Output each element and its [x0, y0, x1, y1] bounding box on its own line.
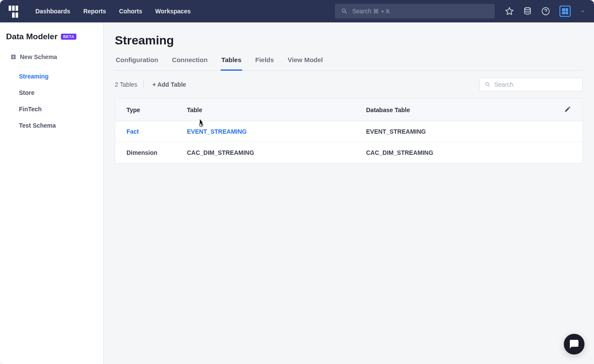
app-switcher[interactable]: [559, 6, 571, 17]
col-database-table: Database Table: [366, 107, 545, 113]
page-title: Streaming: [115, 34, 583, 47]
sidebar-item-fintech[interactable]: FinTech: [0, 101, 103, 117]
toolbar: 2 Tables + Add Table: [115, 78, 583, 91]
nav-reports[interactable]: Reports: [83, 8, 106, 15]
main-content: Streaming Configuration Connection Table…: [104, 22, 594, 364]
help-icon[interactable]: [541, 7, 550, 16]
tab-fields[interactable]: Fields: [254, 56, 275, 71]
new-schema-button[interactable]: New Schema: [0, 49, 103, 65]
database-icon[interactable]: [523, 7, 532, 16]
table-header: Type Table Database Table: [115, 99, 582, 121]
nav-links: Dashboards Reports Cohorts Workspaces: [35, 8, 191, 15]
search-icon: [341, 8, 348, 15]
table-search[interactable]: [479, 78, 583, 91]
top-nav: Dashboards Reports Cohorts Workspaces: [0, 0, 594, 22]
row-db: EVENT_STREAMING: [366, 128, 545, 135]
tables-list: Type Table Database Table Fact EVENT_STR…: [115, 98, 583, 163]
row-type: Fact: [126, 128, 187, 135]
row-table: CAC_DIM_STREAMING: [187, 149, 366, 156]
add-table-button[interactable]: + Add Table: [150, 81, 186, 88]
global-search[interactable]: [335, 4, 495, 19]
nav-workspaces[interactable]: Workspaces: [155, 8, 191, 15]
divider: [143, 80, 144, 89]
col-table: Table: [187, 107, 366, 113]
edit-icon[interactable]: [564, 106, 571, 113]
schema-list: Streaming Store FinTech Test Schema: [0, 68, 103, 134]
col-type: Type: [126, 107, 187, 113]
star-icon[interactable]: [505, 7, 514, 16]
table-count: 2 Tables: [115, 81, 137, 88]
tab-configuration[interactable]: Configuration: [115, 56, 159, 71]
svg-point-0: [524, 8, 530, 10]
tab-connection[interactable]: Connection: [171, 56, 209, 71]
beta-badge: BETA: [61, 34, 76, 40]
topbar-actions: [505, 6, 585, 17]
chat-button[interactable]: [564, 334, 585, 355]
nav-dashboards[interactable]: Dashboards: [35, 8, 70, 15]
sidebar-item-store[interactable]: Store: [0, 85, 103, 101]
search-icon: [485, 82, 491, 88]
tab-view-model[interactable]: View Model: [287, 56, 324, 71]
sidebar-title-text: Data Modeler: [6, 32, 57, 41]
new-schema-label: New Schema: [20, 53, 57, 60]
table-row[interactable]: Dimension CAC_DIM_STREAMING CAC_DIM_STRE…: [115, 142, 582, 163]
tab-tables[interactable]: Tables: [221, 56, 242, 71]
sidebar-title: Data Modeler BETA: [0, 32, 103, 49]
sidebar-item-test-schema[interactable]: Test Schema: [0, 117, 103, 134]
nav-cohorts[interactable]: Cohorts: [119, 8, 142, 15]
sidebar-item-streaming[interactable]: Streaming: [0, 68, 103, 85]
chevron-down-icon[interactable]: [580, 9, 585, 14]
table-search-input[interactable]: [494, 81, 577, 88]
global-search-input[interactable]: [352, 8, 489, 15]
row-table: EVENT_STREAMING: [187, 128, 366, 135]
tabs: Configuration Connection Tables Fields V…: [115, 56, 583, 71]
row-type: Dimension: [126, 149, 187, 156]
app-logo[interactable]: [9, 6, 20, 17]
table-row[interactable]: Fact EVENT_STREAMING EVENT_STREAMING: [115, 121, 582, 142]
plus-square-icon: [10, 54, 16, 60]
chat-icon: [569, 339, 579, 349]
row-db: CAC_DIM_STREAMING: [366, 149, 545, 156]
sidebar: Data Modeler BETA New Schema Streaming S…: [0, 22, 104, 364]
